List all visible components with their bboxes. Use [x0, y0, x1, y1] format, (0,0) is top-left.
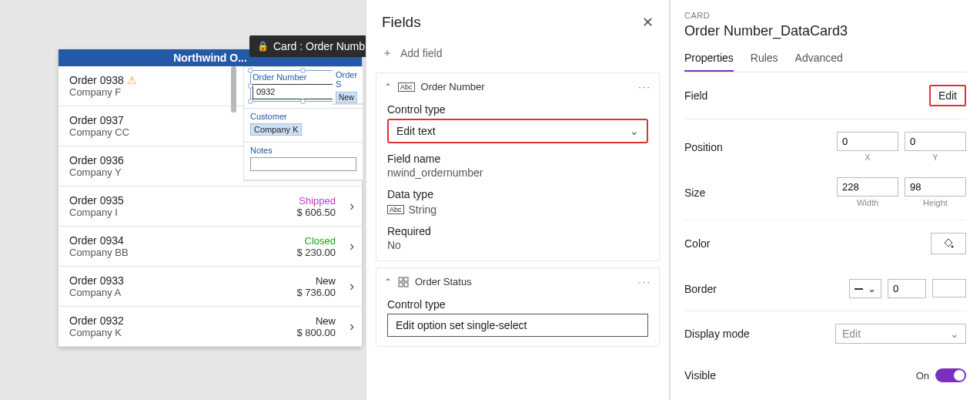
gallery-row[interactable]: Order 0932Company KNew$ 800.00› [59, 307, 362, 347]
paint-icon [942, 237, 955, 250]
gallery-row[interactable]: Order 0933Company ANew$ 736.00› [59, 267, 362, 307]
svg-point-4 [952, 246, 954, 248]
orderstatus-value[interactable]: New [336, 92, 357, 103]
visible-toggle[interactable] [935, 368, 966, 382]
prop-row-border: Border ⌄ [684, 267, 966, 311]
visible-text: On [916, 370, 929, 382]
properties-panel: CARD Order Number_DataCard3 Properties R… [670, 0, 980, 400]
chevron-right-icon[interactable]: › [336, 238, 354, 254]
chevron-right-icon[interactable]: › [336, 278, 354, 294]
field-card-header[interactable]: ⌃ Abc Order Number ··· [376, 73, 659, 100]
close-icon[interactable]: ✕ [642, 14, 654, 31]
add-field-label: Add field [400, 47, 442, 59]
position-x-input[interactable] [837, 132, 898, 151]
size-height-input[interactable] [905, 177, 966, 197]
data-type-value: String [409, 203, 437, 216]
chevron-up-icon[interactable]: ⌃ [384, 277, 392, 287]
tab-advanced[interactable]: Advanced [795, 47, 843, 72]
gallery-row[interactable]: Order 0935Company IShipped$ 606.50› [59, 187, 362, 227]
svg-rect-0 [399, 277, 403, 281]
svg-rect-2 [399, 283, 403, 287]
order-title: Order 0932 [69, 314, 282, 327]
border-style-select[interactable]: ⌄ [849, 279, 881, 298]
color-picker-button[interactable] [931, 233, 966, 254]
prop-label: Field [684, 89, 929, 102]
control-type-label: Control type [387, 103, 648, 116]
company-name: Company K [69, 327, 282, 338]
size-width-input[interactable] [837, 177, 898, 197]
svg-rect-1 [404, 277, 408, 281]
position-y-input[interactable] [905, 132, 966, 151]
card-notes[interactable]: Notes [244, 143, 363, 180]
control-type-select[interactable]: Edit text ⌄ [387, 119, 648, 143]
display-mode-select[interactable]: Edit ⌄ [835, 324, 966, 344]
field-card-header[interactable]: ⌃ Order Status ··· [376, 268, 659, 295]
order-title: Order 0935 [69, 194, 282, 207]
prop-label: Size [684, 187, 837, 199]
required-label: Required [387, 225, 648, 237]
order-amount: $ 800.00 [282, 327, 336, 338]
field-name-label: Field name [387, 153, 648, 165]
prop-row-color: Color [684, 220, 966, 267]
lock-icon: 🔒 [257, 41, 269, 52]
prop-label: Color [684, 237, 931, 250]
properties-tabs: Properties Rules Advanced [684, 47, 966, 72]
customer-value[interactable]: Company K [250, 123, 302, 136]
field-label: Notes [250, 146, 356, 155]
field-card-title: Order Status [415, 276, 472, 287]
tab-rules[interactable]: Rules [751, 47, 778, 72]
edit-field-button[interactable]: Edit [929, 85, 966, 106]
chevron-right-icon[interactable]: › [336, 318, 354, 334]
tab-properties[interactable]: Properties [684, 47, 734, 72]
field-label: Customer [250, 112, 356, 121]
prop-row-display-mode: Display mode Edit ⌄ [684, 311, 966, 356]
component-kind: CARD [684, 11, 966, 20]
chevron-up-icon[interactable]: ⌃ [384, 82, 392, 92]
company-name: Company A [69, 287, 282, 298]
svg-rect-3 [404, 283, 408, 287]
selection-tooltip: 🔒 Card : Order Numb [249, 35, 373, 57]
order-status: New [282, 315, 336, 327]
field-card-title: Order Number [421, 81, 485, 92]
text-type-icon: Abc [398, 82, 415, 92]
width-sublabel: Width [857, 198, 878, 207]
order-title: Order 0934 [69, 234, 282, 247]
data-type-label: Data type [387, 188, 648, 200]
warning-icon: ⚠ [127, 74, 137, 86]
order-status: Closed [282, 235, 336, 247]
field-card-order-number[interactable]: ⌃ Abc Order Number ··· Control type Edit… [376, 72, 660, 261]
notes-input[interactable] [250, 157, 356, 171]
form-preview-col2[interactable]: Order S New [333, 66, 363, 105]
prop-label: Border [684, 283, 849, 295]
add-field-button[interactable]: ＋ Add field [366, 35, 669, 72]
scrollbar-thumb[interactable] [231, 66, 236, 113]
field-card-order-status[interactable]: ⌃ Order Status ··· Control type Edit opt… [376, 267, 660, 347]
control-type-label: Control type [387, 298, 648, 311]
plus-icon: ＋ [382, 46, 393, 60]
company-name: Company I [69, 207, 282, 218]
control-type-select[interactable]: Edit option set single-select [387, 314, 648, 337]
control-type-value: Edit option set single-select [396, 319, 527, 331]
more-icon[interactable]: ··· [638, 81, 651, 92]
chevron-down-icon: ⌄ [868, 283, 876, 294]
more-icon[interactable]: ··· [638, 276, 651, 287]
order-amount: $ 606.50 [282, 207, 336, 218]
height-sublabel: Height [923, 198, 948, 207]
order-amount: $ 736.00 [282, 287, 336, 298]
control-type-value: Edit text [396, 125, 436, 137]
field-label: Order S [336, 70, 360, 89]
display-mode-value: Edit [842, 328, 861, 340]
card-customer[interactable]: Customer Company K [244, 109, 363, 143]
prop-label: Display mode [684, 328, 835, 340]
y-sublabel: Y [932, 153, 938, 162]
optionset-icon [398, 277, 409, 287]
chevron-right-icon[interactable]: › [336, 198, 354, 214]
field-name-value: nwind_ordernumber [387, 166, 648, 179]
border-color-swatch[interactable] [932, 279, 966, 297]
fields-panel: Fields ✕ ＋ Add field ⌃ Abc Order Number … [366, 0, 670, 400]
border-width-input[interactable] [888, 279, 926, 298]
gallery-row[interactable]: Order 0934Company BBClosed$ 230.00› [59, 227, 362, 267]
component-name: Order Number_DataCard3 [684, 23, 966, 39]
tooltip-text: Card : Order Numb [273, 40, 365, 52]
text-type-icon: Abc [387, 205, 404, 214]
